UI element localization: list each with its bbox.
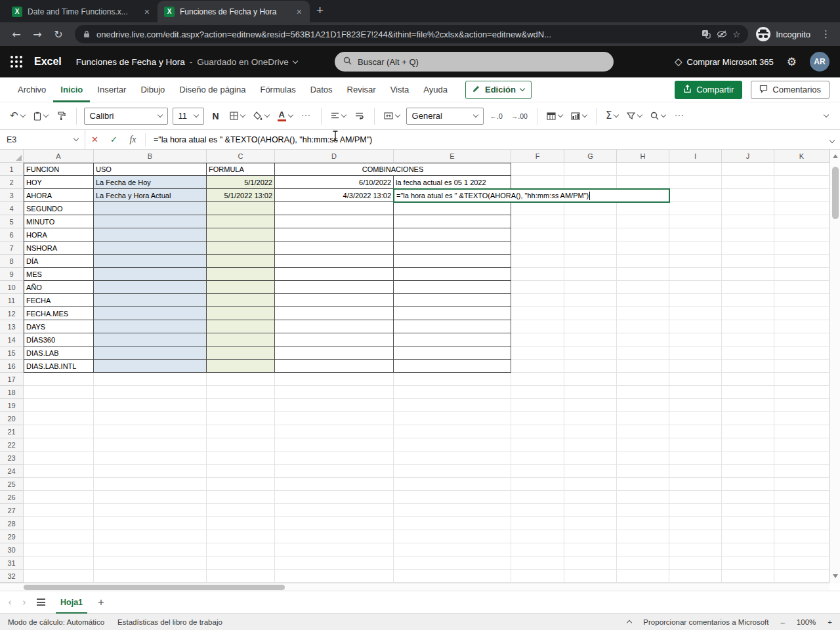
cell-K20[interactable] <box>774 412 830 425</box>
cell-E21[interactable] <box>394 425 511 438</box>
cell-A9[interactable]: MES <box>24 268 94 281</box>
col-header-C[interactable]: C <box>207 150 275 163</box>
cell-B3[interactable]: La Fecha y Hora Actual <box>94 189 207 202</box>
account-avatar[interactable]: AR <box>810 52 830 72</box>
cell-K10[interactable] <box>774 281 830 294</box>
cell-G12[interactable] <box>564 307 617 320</box>
cell-H29[interactable] <box>617 530 669 543</box>
feedback-link[interactable]: Proporcionar comentarios a Microsoft <box>643 618 768 626</box>
cell-C2[interactable]: 5/1/2022 <box>207 176 275 189</box>
cell-K14[interactable] <box>774 333 830 346</box>
insert-function-icon[interactable]: fx <box>123 135 142 145</box>
cell-K12[interactable] <box>774 307 830 320</box>
cell-G27[interactable] <box>564 504 617 517</box>
cell-B6[interactable] <box>94 228 207 242</box>
cell-B26[interactable] <box>94 491 207 504</box>
cell-C20[interactable] <box>207 412 275 425</box>
row-header-1[interactable]: 1 <box>0 163 24 176</box>
row-header-21[interactable]: 21 <box>0 425 24 438</box>
cell-C9[interactable] <box>207 268 275 281</box>
cell-I26[interactable] <box>669 491 722 504</box>
cell-C15[interactable] <box>207 346 275 360</box>
cell-C3[interactable]: 5/1/2022 13:02 <box>207 189 275 202</box>
cell-E30[interactable] <box>394 543 511 556</box>
cell-C27[interactable] <box>207 504 275 517</box>
undo-button[interactable]: ↶ <box>8 107 27 125</box>
cell-F23[interactable] <box>511 452 564 465</box>
find-button[interactable] <box>648 107 667 125</box>
cell-A31[interactable] <box>24 556 94 570</box>
tab-revisar[interactable]: Revisar <box>340 77 383 102</box>
cell-D15[interactable] <box>275 346 394 360</box>
cell-B18[interactable] <box>94 386 207 399</box>
cell-C30[interactable] <box>207 543 275 556</box>
cell-C26[interactable] <box>207 491 275 504</box>
row-header-13[interactable]: 13 <box>0 320 24 333</box>
cell-I19[interactable] <box>669 399 722 412</box>
cell-K11[interactable] <box>774 294 830 307</box>
cell-I17[interactable] <box>669 373 722 386</box>
cell-A23[interactable] <box>24 452 94 465</box>
col-header-H[interactable]: H <box>617 150 669 163</box>
row-header-4[interactable]: 4 <box>0 202 24 215</box>
cell-C31[interactable] <box>207 556 275 570</box>
forward-icon[interactable]: → <box>28 24 47 44</box>
cell-G14[interactable] <box>564 333 617 346</box>
cell-C16[interactable] <box>207 360 275 373</box>
cell-I11[interactable] <box>669 294 722 307</box>
cell-K27[interactable] <box>774 504 830 517</box>
row-header-11[interactable]: 11 <box>0 294 24 307</box>
row-header-28[interactable]: 28 <box>0 517 24 530</box>
cell-H10[interactable] <box>617 281 669 294</box>
cell-F31[interactable] <box>511 556 564 570</box>
tab-archivo[interactable]: Archivo <box>10 77 53 102</box>
cell-J26[interactable] <box>722 491 774 504</box>
cell-F21[interactable] <box>511 425 564 438</box>
confirm-entry-icon[interactable]: ✓ <box>104 135 123 144</box>
cell-D6[interactable] <box>275 228 394 242</box>
cell-E28[interactable] <box>394 517 511 530</box>
cell-H26[interactable] <box>617 491 669 504</box>
row-header-32[interactable]: 32 <box>0 570 24 583</box>
tab-datos[interactable]: Datos <box>303 77 340 102</box>
font-color-button[interactable]: A <box>276 107 295 125</box>
row-header-10[interactable]: 10 <box>0 281 24 294</box>
cell-E25[interactable] <box>394 478 511 491</box>
cell-D22[interactable] <box>275 438 394 452</box>
cell-J8[interactable] <box>722 255 774 268</box>
cell-J13[interactable] <box>722 320 774 333</box>
cell-F13[interactable] <box>511 320 564 333</box>
cell-C23[interactable] <box>207 452 275 465</box>
cell-E13[interactable] <box>394 320 511 333</box>
more-font-options-button[interactable]: ··· <box>299 107 314 125</box>
col-header-B[interactable]: B <box>94 150 207 163</box>
row-header-20[interactable]: 20 <box>0 412 24 425</box>
alignment-button[interactable] <box>329 107 348 125</box>
cell-E23[interactable] <box>394 452 511 465</box>
cell-H23[interactable] <box>617 452 669 465</box>
cell-I27[interactable] <box>669 504 722 517</box>
cell-K2[interactable] <box>774 176 830 189</box>
select-all-corner[interactable] <box>0 150 24 163</box>
cell-J14[interactable] <box>722 333 774 346</box>
row-header-31[interactable]: 31 <box>0 556 24 570</box>
cell-D16[interactable] <box>275 360 394 373</box>
cell-B22[interactable] <box>94 438 207 452</box>
cell-D24[interactable] <box>275 465 394 478</box>
cell-E20[interactable] <box>394 412 511 425</box>
cell-E11[interactable] <box>394 294 511 307</box>
tab-inicio[interactable]: Inicio <box>53 77 90 102</box>
buy-microsoft-365-button[interactable]: ◇ Comprar Microsoft 365 <box>675 56 774 68</box>
comments-button[interactable]: Comentarios <box>751 81 830 99</box>
cell-K3[interactable] <box>774 189 830 202</box>
translate-icon[interactable]: A <box>702 30 711 39</box>
cell-J30[interactable] <box>722 543 774 556</box>
cell-C28[interactable] <box>207 517 275 530</box>
cell-F28[interactable] <box>511 517 564 530</box>
row-header-7[interactable]: 7 <box>0 242 24 255</box>
cell-J12[interactable] <box>722 307 774 320</box>
app-name[interactable]: Excel <box>34 56 62 68</box>
cell-B10[interactable] <box>94 281 207 294</box>
tab-dibujo[interactable]: Dibujo <box>133 77 172 102</box>
row-header-16[interactable]: 16 <box>0 360 24 373</box>
